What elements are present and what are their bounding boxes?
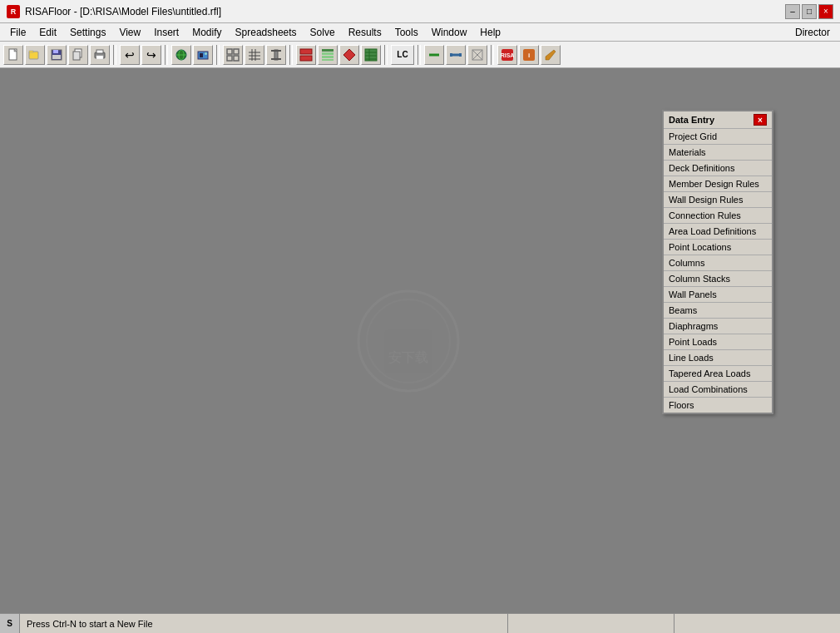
- render-button[interactable]: [193, 45, 213, 65]
- redo-button[interactable]: ↪: [141, 45, 161, 65]
- undo-button[interactable]: ↩: [120, 45, 140, 65]
- menu-spreadsheets[interactable]: Spreadsheets: [229, 25, 304, 40]
- globe-button[interactable]: [171, 45, 191, 65]
- maximize-button[interactable]: □: [802, 4, 817, 19]
- main-area: 安下载 Data Entry × Project Grid Materials …: [0, 68, 840, 613]
- info-button[interactable]: i: [519, 45, 539, 65]
- svg-rect-21: [234, 56, 239, 61]
- svg-rect-10: [96, 50, 103, 53]
- data-entry-header[interactable]: Data Entry ×: [664, 111, 772, 129]
- beam-button[interactable]: [296, 45, 316, 65]
- panel-item-connection-rules[interactable]: Connection Rules: [664, 208, 772, 224]
- print-button[interactable]: [90, 45, 110, 65]
- grid-button-2[interactable]: [245, 45, 264, 65]
- svg-rect-20: [227, 56, 232, 61]
- new-button[interactable]: [3, 45, 23, 65]
- svg-rect-30: [300, 49, 312, 54]
- panel-item-member-design-rules[interactable]: Member Design Rules: [664, 176, 772, 192]
- spreadsheet-button[interactable]: [361, 45, 381, 65]
- data-entry-close-button[interactable]: ×: [754, 114, 767, 126]
- member-button[interactable]: [446, 45, 466, 65]
- redo-icon: ↪: [146, 48, 156, 62]
- watermark: 安下载: [350, 283, 467, 399]
- lc-button[interactable]: LC: [391, 45, 414, 65]
- data-entry-title: Data Entry: [669, 115, 714, 125]
- status-panels: [507, 614, 840, 634]
- menu-bar: File Edit Settings View Insert Modify Sp…: [0, 23, 840, 42]
- status-panel-1: [507, 614, 674, 634]
- panel-item-deck-definitions[interactable]: Deck Definitions: [664, 161, 772, 176]
- panel-item-line-loads[interactable]: Line Loads: [664, 350, 772, 366]
- panel-item-beams[interactable]: Beams: [664, 303, 772, 319]
- director-label[interactable]: Director: [788, 25, 837, 40]
- status-icon: S: [0, 614, 20, 634]
- grid-button-1[interactable]: [223, 45, 243, 65]
- toolbar-separator-5: [384, 45, 388, 65]
- svg-rect-34: [322, 56, 334, 58]
- menu-view[interactable]: View: [112, 25, 147, 40]
- minimize-button[interactable]: –: [785, 4, 800, 19]
- svg-text:i: i: [528, 52, 530, 59]
- svg-rect-32: [322, 49, 334, 52]
- svg-rect-44: [450, 53, 452, 57]
- svg-rect-17: [205, 52, 207, 55]
- svg-rect-31: [300, 56, 312, 61]
- svg-rect-3: [29, 51, 33, 52]
- panel-item-wall-panels[interactable]: Wall Panels: [664, 287, 772, 303]
- panel-item-floors[interactable]: Floors: [664, 398, 772, 413]
- svg-rect-11: [96, 56, 103, 59]
- panel-item-materials[interactable]: Materials: [664, 145, 772, 161]
- svg-marker-53: [546, 50, 556, 60]
- data-entry-panel: Data Entry × Project Grid Materials Deck…: [662, 110, 773, 414]
- copy-button[interactable]: [68, 45, 88, 65]
- menu-insert[interactable]: Insert: [147, 25, 185, 40]
- diaphragm-button[interactable]: [467, 45, 487, 65]
- svg-rect-33: [322, 52, 334, 55]
- svg-rect-2: [29, 52, 38, 59]
- menu-settings[interactable]: Settings: [63, 25, 112, 40]
- risa-logo-button[interactable]: RISA: [497, 45, 517, 65]
- toolbar-separator-3: [216, 45, 220, 65]
- panel-item-column-stacks[interactable]: Column Stacks: [664, 271, 772, 287]
- panel-item-point-locations[interactable]: Point Locations: [664, 240, 772, 255]
- floor-button[interactable]: [339, 45, 359, 65]
- window-controls: – □ ×: [785, 4, 833, 19]
- menu-file[interactable]: File: [3, 25, 32, 40]
- window-title: RISAFloor - [D:\RISA\Model Files\untitle…: [25, 6, 785, 17]
- close-button[interactable]: ×: [818, 4, 833, 19]
- panel-item-load-combinations[interactable]: Load Combinations: [664, 382, 772, 398]
- menu-solve[interactable]: Solve: [304, 25, 342, 40]
- panel-item-project-grid[interactable]: Project Grid: [664, 129, 772, 145]
- toolbar-separator-2: [165, 45, 168, 65]
- menu-window[interactable]: Window: [425, 25, 474, 40]
- panel-item-tapered-area-loads[interactable]: Tapered Area Loads: [664, 366, 772, 382]
- svg-marker-36: [343, 49, 355, 61]
- table-button[interactable]: [318, 45, 338, 65]
- toolbar: ↩ ↪ LC: [0, 42, 840, 68]
- toolbar-separator-1: [113, 45, 116, 65]
- panel-item-columns[interactable]: Columns: [664, 255, 772, 271]
- menu-tools[interactable]: Tools: [388, 25, 425, 40]
- status-text: Press Ctrl-N to start a New File: [20, 619, 507, 629]
- save-button[interactable]: [47, 45, 67, 65]
- svg-rect-28: [271, 50, 281, 52]
- panel-item-point-loads[interactable]: Point Loads: [664, 334, 772, 350]
- menu-results[interactable]: Results: [342, 25, 388, 40]
- svg-rect-19: [234, 49, 239, 54]
- column-button[interactable]: [266, 45, 286, 65]
- status-bar: S Press Ctrl-N to start a New File: [0, 613, 840, 633]
- menu-edit[interactable]: Edit: [32, 25, 63, 40]
- erase-button[interactable]: [541, 45, 561, 65]
- toolbar-separator-7: [491, 45, 494, 65]
- toolbar-separator-6: [418, 45, 421, 65]
- svg-rect-35: [322, 59, 334, 61]
- open-button[interactable]: [25, 45, 45, 65]
- menu-help[interactable]: Help: [473, 25, 507, 40]
- panel-item-area-load-definitions[interactable]: Area Load Definitions: [664, 224, 772, 240]
- line-button[interactable]: [424, 45, 444, 65]
- app-icon: R: [7, 5, 20, 18]
- menu-modify[interactable]: Modify: [185, 25, 228, 40]
- panel-item-wall-design-rules[interactable]: Wall Design Rules: [664, 192, 772, 208]
- svg-rect-8: [73, 52, 80, 60]
- panel-item-diaphragms[interactable]: Diaphragms: [664, 319, 772, 334]
